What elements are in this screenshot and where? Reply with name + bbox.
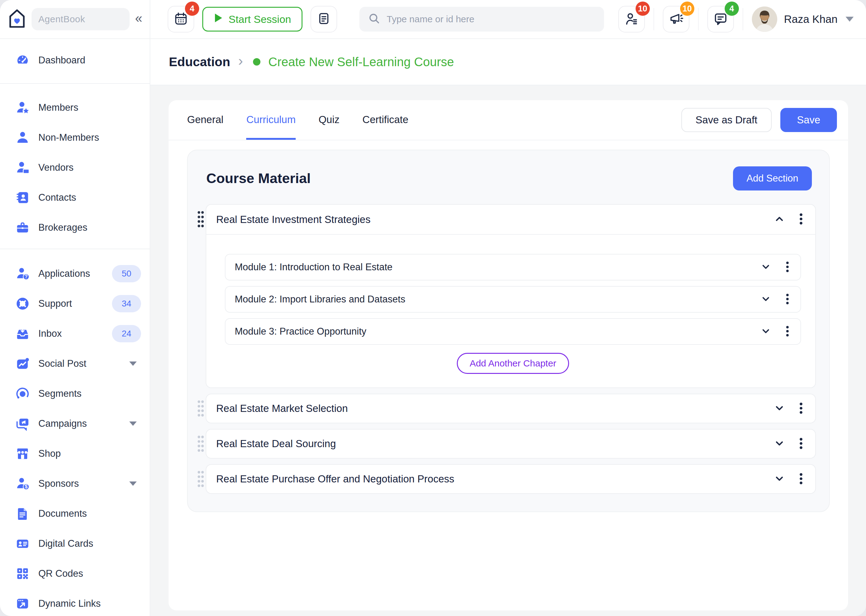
- topbar-separator: [743, 8, 743, 30]
- start-session-button[interactable]: Start Session: [202, 7, 302, 31]
- sidebar-item-sponsors[interactable]: $ Sponsors: [0, 468, 150, 498]
- sidebar-item-documents[interactable]: Documents: [0, 498, 150, 528]
- sidebar-item-label: Segments: [38, 388, 82, 399]
- save-as-draft-button[interactable]: Save as Draft: [681, 108, 772, 132]
- sidebar-item-digital-cards[interactable]: Digital Cards: [0, 528, 150, 558]
- chevron-down-icon: [760, 325, 772, 338]
- user-menu[interactable]: Raza Khan: [752, 6, 853, 32]
- sidebar-item-label: Applications: [38, 268, 90, 279]
- sidebar-item-label: Campaigns: [38, 418, 87, 429]
- module-row[interactable]: Module 3: Practice Opportunity: [225, 318, 801, 345]
- chevron-down-icon: [760, 261, 772, 274]
- sidebar-item-applications[interactable]: ? Applications 50: [0, 259, 150, 289]
- sidebar-item-support[interactable]: Support 34: [0, 289, 150, 319]
- sidebar-item-members[interactable]: Members: [0, 93, 150, 123]
- expand-section-button[interactable]: [770, 434, 789, 453]
- play-icon: [214, 13, 223, 26]
- expand-section-button[interactable]: [770, 470, 789, 488]
- sidebar-item-label: Vendors: [38, 162, 74, 173]
- section-menu-button[interactable]: [792, 470, 810, 488]
- sidebar-item-brokerages[interactable]: Brokerages: [0, 212, 150, 242]
- svg-text:?: ?: [25, 274, 28, 279]
- sidebar-item-segments[interactable]: Segments: [0, 379, 150, 409]
- person-icon: [16, 130, 30, 145]
- sidebar-item-qr-codes[interactable]: QR Codes: [0, 558, 150, 588]
- module-menu-button[interactable]: [778, 258, 797, 277]
- expand-section-button[interactable]: [770, 399, 789, 418]
- section-title: Real Estate Market Selection: [216, 402, 767, 414]
- breadcrumb-parent[interactable]: Education: [169, 55, 230, 69]
- tab-general[interactable]: General: [187, 100, 223, 140]
- chevron-down-icon: [760, 293, 772, 306]
- module-title: Module 3: Practice Opportunity: [235, 326, 753, 337]
- main-area: Education › Create New Self-Learning Cou…: [150, 39, 866, 616]
- kebab-menu-icon: [795, 401, 807, 416]
- chevron-down-icon: [773, 473, 786, 486]
- sidebar-item-non-members[interactable]: Non-Members: [0, 123, 150, 152]
- chevron-down-icon: [773, 437, 786, 451]
- notes-button[interactable]: [311, 6, 337, 33]
- module-menu-button[interactable]: [778, 290, 797, 309]
- module-menu-button[interactable]: [778, 322, 797, 341]
- sidebar-item-shop[interactable]: Shop: [0, 438, 150, 468]
- search-input[interactable]: [386, 14, 596, 25]
- add-section-button[interactable]: Add Section: [733, 167, 812, 190]
- status-dot: [253, 58, 261, 66]
- sidebar-item-campaigns[interactable]: Campaigns: [0, 409, 150, 438]
- module-row[interactable]: Module 2: Import Libraries and Datasets: [225, 286, 801, 313]
- expand-module-button[interactable]: [756, 290, 775, 309]
- module-row[interactable]: Module 1: Introduction to Real Estate: [225, 254, 801, 280]
- section-header[interactable]: Real Estate Investment Strategies: [206, 205, 815, 234]
- sections-list: Real Estate Investment Strategies: [188, 204, 829, 494]
- chevron-up-icon: [773, 213, 786, 226]
- sidebar-item-dynamic-links[interactable]: Dynamic Links: [0, 588, 150, 616]
- storefront-icon: [16, 446, 30, 461]
- sidebar-item-inbox[interactable]: Inbox 24: [0, 319, 150, 349]
- sidebar-item-label: Contacts: [38, 192, 76, 203]
- announcements-button[interactable]: 10: [663, 6, 689, 33]
- section-header[interactable]: Real Estate Deal Sourcing: [206, 429, 815, 458]
- course-editor-panel: General Curriculum Quiz Certificate Save…: [168, 100, 848, 610]
- sidebar-item-label: Dashboard: [38, 55, 85, 66]
- sidebar-item-label: Sponsors: [38, 478, 79, 489]
- section-header[interactable]: Real Estate Purchase Offer and Negotiati…: [206, 465, 815, 493]
- search-icon: [368, 13, 380, 26]
- drag-handle-icon[interactable]: [196, 470, 205, 489]
- breadcrumb-current: Create New Self-Learning Course: [269, 55, 454, 69]
- avatar: [752, 6, 777, 32]
- drag-handle-icon[interactable]: [196, 210, 205, 229]
- sidebar-item-social-post[interactable]: Social Post: [0, 349, 150, 379]
- add-another-chapter-button[interactable]: Add Another Chapter: [457, 353, 569, 374]
- section-menu-button[interactable]: [792, 434, 810, 453]
- section-title: Real Estate Deal Sourcing: [216, 438, 767, 449]
- expand-module-button[interactable]: [756, 322, 775, 341]
- sidebar-item-label: Social Post: [38, 358, 86, 369]
- section-header[interactable]: Real Estate Market Selection: [206, 394, 815, 423]
- calendar-button[interactable]: 4: [168, 6, 194, 33]
- tab-curriculum[interactable]: Curriculum: [246, 100, 295, 140]
- sidebar-item-dashboard[interactable]: Dashboard: [0, 45, 150, 75]
- sidebar-item-label: Documents: [38, 508, 87, 519]
- section-menu-button[interactable]: [792, 210, 810, 229]
- tab-quiz[interactable]: Quiz: [319, 100, 339, 140]
- sidebar-collapse-button[interactable]: «: [135, 12, 142, 27]
- drag-handle-icon[interactable]: [196, 399, 205, 418]
- contact-requests-button[interactable]: 10: [618, 6, 645, 33]
- document-icon: [16, 506, 30, 521]
- save-button[interactable]: Save: [780, 108, 837, 132]
- expand-module-button[interactable]: [756, 258, 775, 277]
- sidebar-item-contacts[interactable]: Contacts: [0, 182, 150, 212]
- section-menu-button[interactable]: [792, 399, 810, 418]
- sidebar-item-label: Non-Members: [38, 132, 99, 143]
- topbar-separator: [654, 8, 654, 30]
- start-session-label: Start Session: [229, 13, 291, 25]
- sidebar-item-label: Brokerages: [38, 222, 88, 233]
- collapse-section-button[interactable]: [770, 210, 789, 229]
- sidebar-item-label: Inbox: [38, 328, 62, 339]
- course-material-title: Course Material: [206, 170, 311, 187]
- kebab-menu-icon: [795, 472, 807, 486]
- drag-handle-icon[interactable]: [196, 434, 205, 453]
- tab-certificate[interactable]: Certificate: [363, 100, 409, 140]
- messages-button[interactable]: 4: [707, 6, 734, 33]
- sidebar-item-vendors[interactable]: Vendors: [0, 152, 150, 182]
